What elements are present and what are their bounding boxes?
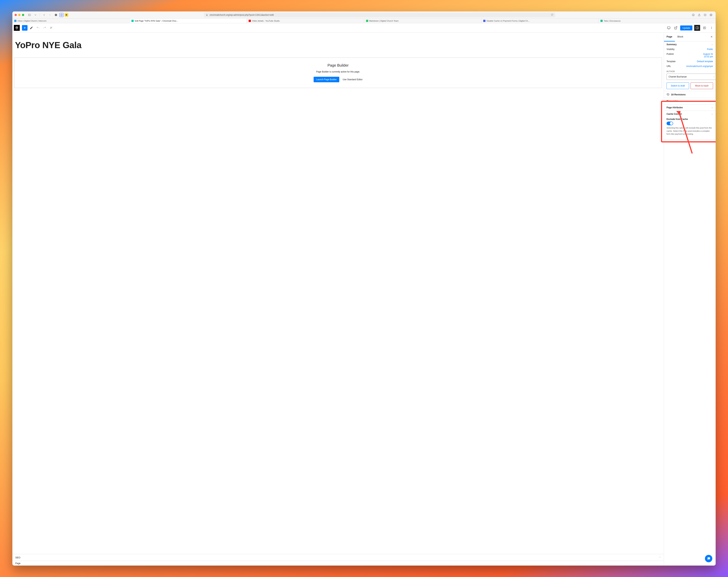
browser-tab[interactable]: Tabs | Docusaurus — [599, 19, 716, 23]
revisions-label: 18 Revisions — [671, 93, 686, 96]
cache-control-panel: Cache Control Exclude from Cache Selecti… — [664, 111, 716, 139]
page-attributes-panel[interactable]: Page Attributes — [664, 104, 716, 111]
template-value[interactable]: Default template — [697, 60, 713, 63]
svg-point-14 — [17, 27, 17, 28]
share-icon[interactable] — [697, 12, 702, 17]
editor-canvas: YoPro NYE Gala Page Builder Page Builder… — [12, 33, 664, 566]
styles-icon[interactable] — [702, 25, 707, 30]
cache-description: Selecting this option will exclude this … — [667, 126, 713, 136]
redo-button[interactable] — [42, 25, 47, 31]
add-block-button[interactable] — [22, 25, 27, 31]
window-traffic-lights — [15, 14, 24, 16]
svg-point-28 — [711, 28, 712, 29]
block-breadcrumb: Page — [12, 561, 664, 566]
sidebar-tabs: Page Block — [664, 33, 716, 41]
chevron-up-icon — [711, 44, 713, 45]
revisions-panel[interactable]: 18 Revisions — [664, 91, 716, 98]
chat-icon — [707, 557, 710, 560]
chevron-down-icon[interactable] — [33, 12, 38, 17]
svg-line-22 — [676, 27, 677, 28]
switch-to-draft-button[interactable]: Switch to draft — [667, 82, 689, 89]
preview-device-icon[interactable] — [666, 25, 671, 30]
chevron-down-icon — [711, 100, 713, 102]
svg-rect-5 — [61, 15, 61, 16]
more-options-icon[interactable] — [709, 25, 714, 30]
svg-point-27 — [711, 28, 712, 28]
window-close-button[interactable] — [15, 14, 17, 16]
edit-tool-icon[interactable] — [29, 25, 34, 31]
publish-value[interactable]: August 31 10:32 pm — [703, 53, 713, 58]
browser-tab[interactable]: Edit Page "YoPro NYE Gala" ‹ Cincinnati … — [130, 19, 247, 23]
browser-tab[interactable]: Disable Cache on Payment Forms | Digital… — [482, 19, 599, 23]
svg-rect-6 — [206, 15, 207, 16]
cache-control-header[interactable]: Cache Control — [667, 113, 713, 115]
browser-tab[interactable]: Inbox | Digital Church | Intercom — [12, 19, 130, 23]
revisions-icon — [667, 93, 670, 96]
visibility-label: Visibility — [667, 48, 674, 51]
settings-sidebar: Page Block Summary Visibility Public — [664, 33, 716, 566]
chevron-down-icon — [711, 107, 713, 108]
chevron-up-icon — [711, 113, 713, 115]
tab-block[interactable]: Block — [675, 33, 686, 42]
launch-page-builder-button[interactable]: Launch Page Builder — [314, 77, 339, 82]
url-value[interactable]: cincinnatichurch.org/ypnye/ — [686, 65, 713, 67]
page-builder-desc: Page Builder is currently active for thi… — [18, 71, 658, 73]
svg-rect-0 — [28, 14, 31, 16]
window-zoom-button[interactable] — [22, 14, 24, 16]
window-minimize-button[interactable] — [18, 14, 21, 16]
sidebar-toggle-icon[interactable] — [27, 12, 32, 17]
open-external-icon[interactable] — [673, 25, 678, 30]
page-builder-heading: Page Builder — [18, 63, 658, 67]
downloads-icon[interactable] — [691, 12, 696, 17]
exclude-from-cache-label: Exclude from Cache — [667, 118, 713, 120]
seo-label: SEO — [15, 556, 20, 559]
tab-overview-icon[interactable] — [709, 12, 713, 17]
svg-rect-12 — [710, 14, 712, 16]
wp-top-toolbar: Update — [12, 23, 716, 33]
chevron-down-icon — [659, 556, 661, 558]
move-to-trash-button[interactable]: Move to trash — [691, 82, 713, 89]
address-bar-text: cincinnatichurch.org/wp-admin/post.php?p… — [209, 13, 274, 16]
intercom-launcher[interactable] — [705, 555, 712, 562]
author-label: AUTHOR — [667, 71, 713, 73]
update-button[interactable]: Update — [680, 25, 692, 30]
safari-toolbar: R cincinnatichurch.org/wp-admin/post.php… — [12, 11, 716, 19]
svg-point-26 — [711, 27, 712, 27]
page-title[interactable]: YoPro NYE Gala — [15, 40, 661, 50]
breadcrumb-item[interactable]: Page — [15, 562, 21, 565]
browser-tab[interactable]: Video details - YouTube Studio — [247, 19, 364, 23]
summary-panel: Summary Visibility Public Publish August… — [664, 41, 716, 91]
new-tab-icon[interactable] — [703, 12, 707, 17]
use-standard-editor-button[interactable]: Use Standard Editor — [343, 78, 363, 81]
summary-panel-header[interactable]: Summary — [667, 43, 713, 46]
wordpress-editor: Update YoPro NYE Gala Page Builder — [12, 23, 716, 566]
undo-button[interactable] — [35, 25, 41, 31]
visibility-value[interactable]: Public — [707, 48, 713, 51]
nav-back-icon[interactable] — [42, 12, 47, 17]
svg-rect-23 — [696, 27, 699, 29]
close-sidebar-button[interactable] — [709, 35, 714, 38]
site-logo-button[interactable] — [14, 25, 20, 31]
lock-icon — [206, 14, 208, 16]
browser-tab[interactable]: Markdown | Digital Church Team — [364, 19, 482, 23]
author-select[interactable]: Chantel Buchanan — [667, 74, 716, 80]
discussion-panel[interactable]: Discussion — [664, 98, 716, 104]
page-builder-block: Page Builder Page Builder is currently a… — [14, 58, 662, 88]
exclude-from-cache-toggle[interactable] — [667, 121, 673, 125]
template-label: Template — [667, 60, 676, 63]
document-overview-icon[interactable] — [49, 25, 54, 31]
browser-tabs: Inbox | Digital Church | Intercom Edit P… — [12, 19, 716, 23]
address-bar[interactable]: cincinnatichurch.org/wp-admin/post.php?p… — [204, 12, 555, 17]
loom-extension-icon[interactable] — [54, 12, 58, 17]
svg-rect-20 — [668, 27, 670, 29]
extension-r-icon[interactable]: R — [64, 13, 68, 17]
seo-panel-header[interactable]: SEO — [12, 554, 664, 561]
reload-icon[interactable] — [551, 13, 553, 17]
tab-page[interactable]: Page — [664, 33, 675, 42]
settings-panel-toggle[interactable] — [694, 25, 700, 31]
onepassword-extension-icon[interactable] — [59, 13, 63, 17]
svg-rect-13 — [710, 15, 712, 16]
chevron-down-icon — [713, 76, 715, 78]
nav-forward-icon[interactable] — [48, 12, 52, 17]
url-label: URL — [667, 65, 671, 67]
